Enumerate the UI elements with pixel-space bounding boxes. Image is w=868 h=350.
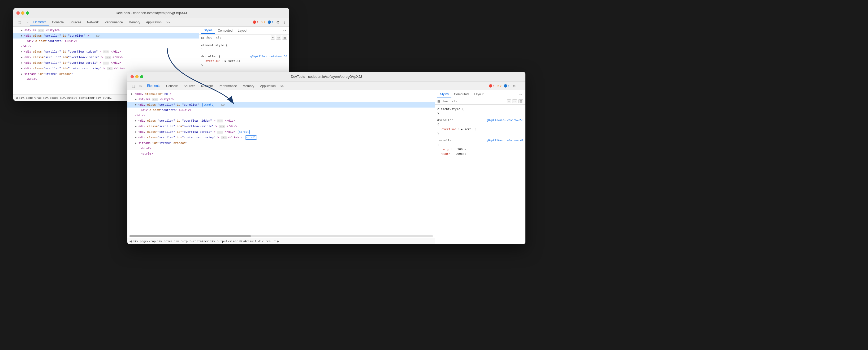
dom-line: </div> xyxy=(13,44,199,49)
tab-memory-2[interactable]: Memory xyxy=(240,83,257,89)
dom-line: ▶ <style> ··· </style> xyxy=(13,28,199,33)
tab-bar-right-1: 🔴 1 ⚠ 2 🔵 1 ⚙ ⋮ xyxy=(253,20,287,25)
breadcrumb-prev[interactable]: ◀ xyxy=(16,96,18,100)
tab-elements-1[interactable]: Elements xyxy=(30,19,49,26)
breadcrumb-item-2[interactable]: div.boxes xyxy=(157,239,173,243)
maximize-button-2[interactable] xyxy=(140,75,143,78)
scrollbar-2[interactable] xyxy=(129,235,433,237)
dom-line: ▶ <style> ··· </style> xyxy=(127,97,435,102)
minimize-button-2[interactable] xyxy=(135,75,138,78)
styles-tab-bar-2: Styles Computed Layout >> xyxy=(435,90,525,98)
cursor-icon-2[interactable]: ⬚ xyxy=(130,83,136,89)
tab-application-1[interactable]: Application xyxy=(143,19,164,25)
more-options-icon[interactable]: ⋮ xyxy=(282,20,287,25)
toolbar-icons-1: ⬚ ▭ xyxy=(16,20,30,25)
close-button-2[interactable] xyxy=(130,75,134,78)
tab-layout-1[interactable]: Layout xyxy=(235,28,250,33)
tab-layout-2[interactable]: Layout xyxy=(471,91,486,97)
dom-line: ▶ <div class="scroller" id="overflow-vis… xyxy=(127,124,435,129)
css-selector: #scroller { xyxy=(201,55,220,58)
tab-bar-2: ⬚ ▭ Elements Console Sources Network Per… xyxy=(127,82,525,90)
minimize-button-1[interactable] xyxy=(21,11,24,14)
scroll-badge-overflow-scroll: scroll xyxy=(238,130,250,134)
tab-memory-1[interactable]: Memory xyxy=(126,19,143,25)
info-badge-1: 🔵 1 xyxy=(268,21,273,24)
styles-tab-more-1[interactable]: >> xyxy=(282,28,287,33)
css-origin-3[interactable]: gOVpXJJ?ano…ue&view=:41 xyxy=(487,138,523,143)
settings-icon[interactable]: ⚙ xyxy=(275,20,280,25)
css-selector: element.style { xyxy=(201,43,227,47)
warning-badge-2: ⚠ 2 xyxy=(497,84,501,88)
breadcrumb-item[interactable]: div.page-wrap xyxy=(19,96,41,99)
traffic-lights-1 xyxy=(17,11,29,14)
breadcrumb-item-2[interactable]: div.output-sizer xyxy=(210,239,238,243)
breadcrumb-prev-2[interactable]: ◀ xyxy=(129,239,132,243)
css-value-3: 200px; xyxy=(458,148,468,151)
warning-icon: ⚠ xyxy=(260,21,263,24)
devtools-window-2: DevTools - codepen.io/sofiayem/pen/gOVpX… xyxy=(127,72,525,244)
dom-line: ▶ <div class="scroller" id="content-shri… xyxy=(127,135,435,141)
breadcrumb-item[interactable]: div.output-container xyxy=(59,96,94,99)
titlebar-2: DevTools - codepen.io/sofiayem/pen/gOVpX… xyxy=(127,72,525,82)
new-rule-button-1[interactable]: ▤ xyxy=(282,36,287,39)
tab-performance-1[interactable]: Performance xyxy=(102,19,126,25)
tab-elements-2[interactable]: Elements xyxy=(144,83,163,89)
dom-line: ▶ <body translate= no > xyxy=(127,91,435,97)
tab-styles-1[interactable]: Styles xyxy=(201,27,215,34)
close-button-1[interactable] xyxy=(17,11,20,14)
more-options-icon-2[interactable]: ⋮ xyxy=(519,84,523,88)
css-origin-2[interactable]: gOVpXJJ?ano…ue&view=:50 xyxy=(487,118,523,122)
tab-network-1[interactable]: Network xyxy=(84,19,101,25)
tab-application-2[interactable]: Application xyxy=(257,83,278,89)
new-rule-button-2[interactable]: ▤ xyxy=(518,99,523,103)
css-value: ▶ scroll; xyxy=(225,59,241,63)
filter-bar-1: ⊟ + ▭ ▤ xyxy=(199,34,289,41)
info-icon-2: 🔵 xyxy=(504,84,507,88)
device-icon[interactable]: ▭ xyxy=(23,20,29,25)
tab-sources-2[interactable]: Sources xyxy=(181,83,198,89)
filter-input-2[interactable] xyxy=(441,99,505,103)
tab-performance-2[interactable]: Performance xyxy=(216,83,240,89)
styles-tab-more-2[interactable]: >> xyxy=(518,92,523,97)
dom-line: <div class="contents" ></div> xyxy=(127,108,435,113)
tab-console-2[interactable]: Console xyxy=(163,83,181,89)
css-origin[interactable]: gOVpXJJ?noc…ue&view=:50 xyxy=(250,54,287,59)
tab-computed-2[interactable]: Computed xyxy=(452,91,471,97)
css-property: overflow xyxy=(206,59,219,63)
breadcrumb-item-2[interactable]: div.page-wrap xyxy=(133,239,155,243)
tab-more-1[interactable]: >> xyxy=(165,20,172,25)
tab-network-2[interactable]: Network xyxy=(198,83,215,89)
css-selector-2: #scroller xyxy=(437,118,453,122)
cls-button-2[interactable]: ▭ xyxy=(512,99,517,103)
tab-console-1[interactable]: Console xyxy=(49,19,66,25)
css-value-4: 200px; xyxy=(456,152,466,156)
hov-button-2[interactable]: + xyxy=(507,99,511,103)
dom-line-selected-2: ▼ <div class="scroller" id="scroller" sc… xyxy=(127,102,435,108)
styles-content-2: element.style { } #scroller gOVpXJJ?ano…… xyxy=(435,105,525,244)
filter-icon-2: ⊟ xyxy=(437,99,440,103)
hov-button-1[interactable]: + xyxy=(271,36,275,39)
maximize-button-1[interactable] xyxy=(26,11,29,14)
info-badge-2: 🔵 1 xyxy=(504,84,509,88)
tab-styles-2[interactable]: Styles xyxy=(437,91,452,97)
tab-computed-1[interactable]: Computed xyxy=(215,28,235,33)
cursor-icon[interactable]: ⬚ xyxy=(17,20,22,25)
breadcrumb-item-2[interactable]: div#result_div.result xyxy=(239,239,276,243)
settings-icon-2[interactable]: ⚙ xyxy=(512,84,517,88)
cls-button-1[interactable]: ▭ xyxy=(276,36,281,39)
warning-icon-2: ⚠ xyxy=(497,84,499,88)
tab-more-2[interactable]: >> xyxy=(279,83,285,89)
dom-line: ▶ <div class="scroller" id="overflow-scr… xyxy=(13,60,199,66)
breadcrumb-item[interactable]: div.boxes xyxy=(43,96,59,99)
filter-input-1[interactable] xyxy=(206,36,269,39)
breadcrumb-item[interactable]: div.outp… xyxy=(96,96,112,99)
elements-content-2[interactable]: ▶ <body translate= no > ▶ <style> ··· </… xyxy=(127,90,435,234)
breadcrumb-next-2[interactable]: ▶ xyxy=(277,239,279,243)
error-badge-1: 🔴 1 xyxy=(253,21,258,24)
dom-line: <div class="contents" ></div> xyxy=(13,38,199,44)
dom-line: ▶ <div class="scroller" id="overflow-hid… xyxy=(13,49,199,55)
styles-tab-bar-1: Styles Computed Layout >> xyxy=(199,27,289,34)
tab-sources-1[interactable]: Sources xyxy=(67,19,84,25)
device-icon-2[interactable]: ▭ xyxy=(137,83,143,89)
breadcrumb-item-2[interactable]: div.output-container xyxy=(174,239,209,243)
